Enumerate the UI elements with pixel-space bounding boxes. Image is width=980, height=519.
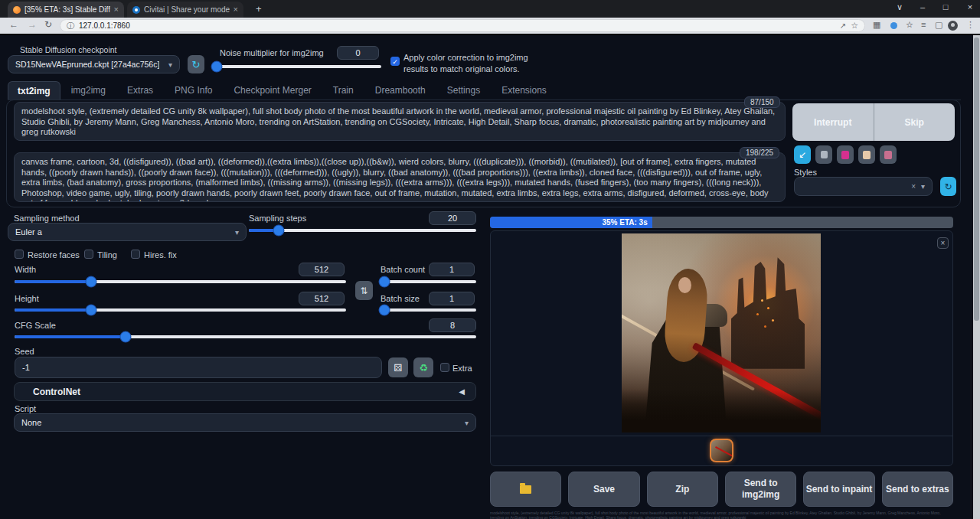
browser-tab-stable-diffusion[interactable]: [35% ETA: 3s] Stable Diffusion ×	[8, 2, 124, 18]
swap-icon: ⇅	[360, 286, 368, 296]
side-panel-icon[interactable]: ▢	[935, 20, 942, 30]
address-bar[interactable]: ⓘ 127.0.0.1:7860 ↗ ☆	[60, 19, 865, 32]
gallery-thumbnail-selected[interactable]	[710, 439, 733, 462]
random-seed-button[interactable]: ⚄	[388, 357, 408, 377]
seed-input[interactable]: -1	[15, 357, 382, 378]
extra-seed-checkbox[interactable]	[440, 363, 449, 372]
reading-list-icon[interactable]: ≡	[921, 20, 926, 29]
controlnet-accordion[interactable]: ControlNet ◀	[14, 382, 476, 401]
window-maximize-button[interactable]: □	[934, 2, 957, 11]
batch-count-input[interactable]: 1	[429, 263, 475, 276]
extensions-puzzle-icon[interactable]: ☆	[906, 20, 913, 30]
dice-icon: ⚄	[394, 362, 402, 374]
extra-networks-button[interactable]	[837, 145, 854, 164]
tab-extensions[interactable]: Extensions	[491, 81, 557, 100]
browser-tab-civitai[interactable]: Civitai | Share your models ×	[127, 2, 243, 18]
tab-close-icon[interactable]: ×	[114, 5, 119, 14]
cfg-scale-input[interactable]: 8	[429, 318, 476, 332]
send-to-img2img-button[interactable]: Send to img2img	[725, 472, 796, 507]
gallery-close-button[interactable]: ×	[937, 237, 949, 249]
height-slider[interactable]	[15, 308, 346, 312]
hires-fix-label: Hires. fix	[144, 250, 177, 260]
generation-info-text: modelshoot style, (extremely detailed CG…	[490, 511, 953, 519]
clear-styles-icon[interactable]: ×	[911, 182, 916, 191]
controlnet-label: ControlNet	[33, 387, 80, 397]
styles-refresh-button[interactable]: ↻	[940, 177, 956, 196]
save-button[interactable]: Save	[568, 472, 639, 507]
back-icon[interactable]: ←	[9, 19, 18, 30]
window-chevron-icon[interactable]: ∨	[888, 2, 911, 12]
noise-multiplier-input[interactable]: 0	[337, 46, 379, 60]
tab-checkpoint-merger[interactable]: Checkpoint Merger	[223, 81, 322, 100]
progress-fill: 35% ETA: 3s	[490, 217, 652, 228]
sampling-method-dropdown[interactable]: Euler a ▾	[8, 223, 247, 241]
skip-button[interactable]: Skip	[874, 103, 956, 141]
bookmark-star-icon[interactable]: ☆	[851, 21, 858, 31]
gallery-divider	[491, 436, 952, 436]
site-info-icon[interactable]: ⓘ	[67, 21, 74, 31]
tab-png-info[interactable]: PNG Info	[164, 81, 223, 100]
zip-button[interactable]: Zip	[647, 472, 718, 507]
height-input[interactable]: 512	[299, 292, 345, 305]
sampling-steps-input[interactable]: 20	[429, 211, 476, 225]
styles-label: Styles	[794, 168, 817, 177]
tab-img2img[interactable]: img2img	[60, 81, 116, 100]
restore-faces-checkbox[interactable]	[15, 250, 24, 259]
send-to-extras-button[interactable]: Send to extras	[882, 472, 953, 507]
tab-close-icon[interactable]: ×	[234, 5, 238, 14]
swap-dimensions-button[interactable]: ⇅	[355, 281, 373, 300]
noise-multiplier-slider[interactable]	[214, 65, 381, 68]
clear-prompt-button[interactable]	[815, 145, 832, 164]
main-tab-bar: txt2img img2img Extras PNG Info Checkpoi…	[8, 81, 961, 100]
paste-generation-params-button[interactable]: ↙	[794, 145, 811, 164]
styles-dropdown[interactable]: × ▾	[794, 177, 933, 196]
checkpoint-refresh-button[interactable]: ↻	[188, 55, 204, 73]
seed-value: -1	[22, 363, 30, 372]
width-input[interactable]: 512	[299, 263, 345, 276]
width-slider[interactable]	[15, 280, 346, 283]
page-scrollbar[interactable]	[973, 35, 980, 519]
restore-faces-label: Restore faces	[28, 250, 80, 260]
negative-prompt-textarea[interactable]: canvas frame, cartoon, 3d, ((disfigured)…	[14, 152, 786, 202]
extension-grid-icon[interactable]: ▦	[873, 20, 880, 30]
url-text[interactable]: 127.0.0.1:7860	[79, 21, 130, 30]
script-value: None	[21, 418, 41, 427]
window-close-button[interactable]: ×	[959, 2, 980, 11]
share-icon[interactable]: ↗	[840, 21, 846, 30]
tab-train[interactable]: Train	[322, 81, 364, 100]
new-tab-button[interactable]: +	[256, 3, 262, 15]
batch-size-slider[interactable]	[381, 308, 476, 312]
checkpoint-dropdown[interactable]: SD15NewVAEpruned.ckpt [27a4ac756c] ▾	[8, 55, 180, 73]
chevron-down-icon: ▾	[168, 60, 172, 69]
reuse-seed-button[interactable]: ♻	[413, 357, 433, 377]
tab-txt2img[interactable]: txt2img	[8, 81, 60, 100]
reload-icon[interactable]: ↻	[44, 19, 52, 30]
scrollbar-thumb[interactable]	[974, 38, 979, 321]
tab-extras[interactable]: Extras	[116, 81, 164, 100]
profile-avatar[interactable]	[948, 21, 958, 31]
browser-chrome: [35% ETA: 3s] Stable Diffusion × Civitai…	[0, 0, 980, 35]
send-to-inpaint-button[interactable]: Send to inpaint	[803, 472, 874, 507]
generated-image-preview[interactable]	[622, 233, 821, 432]
apply-styles-button[interactable]	[858, 145, 875, 164]
cfg-scale-slider[interactable]	[15, 335, 476, 338]
batch-count-slider[interactable]	[381, 280, 476, 283]
open-folder-button[interactable]	[490, 472, 561, 507]
tab-dreambooth[interactable]: Dreambooth	[364, 81, 436, 100]
hires-fix-checkbox[interactable]	[131, 250, 140, 259]
extension-circle-icon[interactable]	[890, 22, 897, 29]
forward-icon[interactable]: →	[28, 19, 37, 30]
save-style-button[interactable]	[880, 145, 897, 164]
prompt-textarea[interactable]: modelshoot style, (extremely detailed CG…	[14, 102, 786, 141]
interrupt-button[interactable]: Interrupt	[792, 103, 874, 141]
sampling-method-value: Euler a	[15, 227, 42, 237]
window-minimize-button[interactable]: –	[911, 2, 934, 11]
script-dropdown[interactable]: None ▾	[14, 413, 476, 432]
paste-arrow-icon: ↙	[799, 149, 806, 160]
tiling-checkbox[interactable]	[84, 250, 93, 259]
color-correction-checkbox[interactable]: ✓	[390, 57, 400, 66]
batch-size-input[interactable]: 1	[429, 292, 475, 305]
browser-menu-icon[interactable]: ⋮	[966, 20, 975, 30]
sampling-steps-slider[interactable]	[249, 229, 476, 232]
tab-settings[interactable]: Settings	[436, 81, 491, 100]
